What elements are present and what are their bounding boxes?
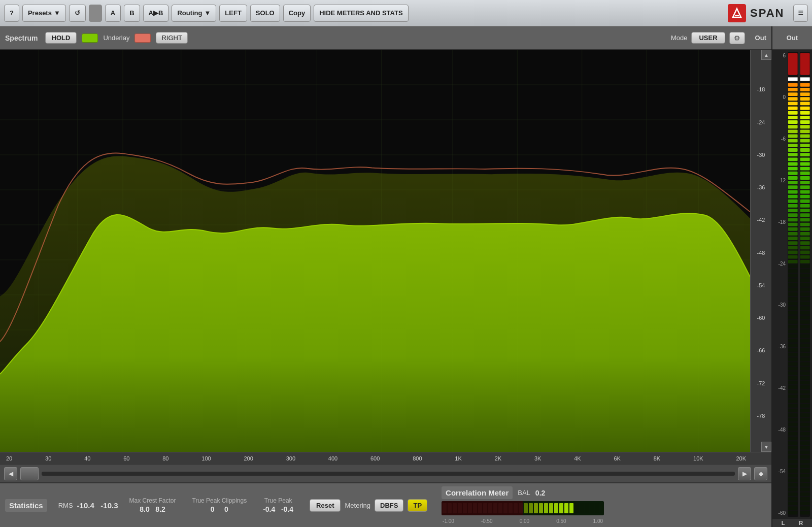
reset-button[interactable]: Reset [310,499,341,512]
nav-scroll-button[interactable] [20,467,39,480]
db-label-18: -18 [751,87,771,92]
help-button[interactable]: ? [4,5,19,22]
svg-rect-49 [554,503,558,513]
level-header: Out [772,26,812,50]
hold-button[interactable]: HOLD [45,32,77,44]
main-layout: Spectrum HOLD Underlay RIGHT Mode USER ⚙… [0,26,812,527]
logo-area: SPAN ≡ [728,4,808,22]
db-label-78: -78 [751,413,771,419]
svg-rect-35 [483,503,487,513]
level-6: 6 [774,53,786,58]
hide-meters-button[interactable]: HIDE METERS AND STATS [314,5,408,22]
svg-rect-148 [788,488,798,491]
svg-rect-107 [788,297,798,301]
level-n6: -6 [774,136,786,142]
copy-button[interactable]: Copy [283,5,311,22]
svg-rect-241 [800,478,809,482]
svg-rect-247 [800,506,809,510]
svg-rect-179 [800,190,809,194]
rms-label: RMS [58,502,73,509]
svg-rect-127 [788,390,798,393]
clip-values: 0 0 [192,505,247,513]
svg-rect-188 [800,232,809,236]
db-label-60: -60 [751,315,771,321]
gear-button[interactable]: ⚙ [729,32,745,44]
svg-rect-41 [514,503,518,513]
svg-rect-67 [788,111,798,115]
freq-80: 80 [162,455,168,462]
freq-200: 200 [244,455,253,462]
menu-button[interactable]: ≡ [793,5,808,22]
svg-rect-39 [503,503,507,513]
svg-rect-214 [800,353,809,356]
ab-arrow-button[interactable]: A▶B [143,5,169,22]
svg-rect-106 [788,292,798,296]
corr-scale-0: 0.00 [520,518,529,524]
svg-rect-160 [800,102,809,105]
svg-rect-158 [800,92,809,96]
svg-rect-232 [800,437,809,440]
svg-rect-174 [800,167,809,171]
svg-rect-147 [788,483,798,487]
svg-rect-27 [443,503,447,513]
left-button[interactable]: LEFT [219,5,247,22]
svg-rect-81 [788,176,798,180]
svg-rect-61 [788,83,798,87]
ab-b-button[interactable]: B [124,5,140,22]
peak-right: -0.4 [281,505,293,513]
svg-rect-126 [788,385,798,389]
svg-rect-224 [800,400,809,403]
svg-rect-237 [800,460,809,464]
gray-box[interactable] [89,5,102,22]
svg-rect-137 [788,437,798,440]
level-scale: 6 0 -6 -12 -18 -24 -30 -36 -42 -48 -54 -… [774,52,786,517]
nav-left-button[interactable]: ◀ [4,467,17,480]
dbfs-button[interactable]: DBFS [375,499,403,512]
svg-rect-149 [788,492,798,496]
presets-button[interactable]: Presets ▼ [22,5,66,22]
svg-rect-131 [788,409,798,412]
spectrum-header: Spectrum HOLD Underlay RIGHT Mode USER ⚙… [0,26,771,50]
scroll-down-button[interactable]: ▼ [761,442,771,452]
tp-button[interactable]: TP [408,499,427,512]
underlay-label: Underlay [103,34,129,42]
svg-rect-100 [788,265,798,268]
svg-rect-169 [800,144,809,147]
svg-rect-50 [559,503,563,513]
spectrum-title: Spectrum [5,34,38,42]
nav-diamond-button[interactable]: ◆ [754,467,767,480]
routing-button[interactable]: Routing ▼ [172,5,216,22]
stats-bar: Statistics RMS -10.4 -10.3 Max Crest Fac… [0,482,771,527]
svg-rect-64 [788,97,798,101]
svg-rect-156 [800,83,809,87]
correlation-section: Correlation Meter BAL 0.2 [442,486,604,524]
scroll-up-button[interactable]: ▲ [761,50,771,60]
svg-rect-194 [800,260,809,264]
svg-rect-36 [488,503,492,513]
svg-rect-31 [463,503,467,513]
db-scale: ▲ -18 -24 -30 -36 -42 -48 -54 -60 -66 -7… [750,50,771,452]
nav-right-button[interactable]: ▶ [738,467,751,480]
corr-scale-n1: -1.00 [443,518,454,524]
solo-button[interactable]: SOLO [250,5,280,22]
svg-rect-200 [800,288,809,291]
freq-20k: 20K [736,455,746,462]
svg-rect-37 [493,503,497,513]
svg-rect-244 [800,492,809,496]
scroll-track[interactable] [42,472,735,476]
reload-button[interactable]: ↺ [69,5,86,22]
crest-right: 8.2 [155,505,165,513]
mode-label: Mode [671,34,688,42]
svg-rect-132 [788,413,798,417]
db-label-72: -72 [751,381,771,386]
svg-rect-122 [788,367,798,371]
green-indicator[interactable] [82,34,98,43]
user-mode-button[interactable]: USER [691,32,725,44]
peak-values: -0.4 -0.4 [263,505,293,513]
svg-rect-70 [788,125,798,128]
svg-rect-155 [800,77,809,81]
metering-section: Reset Metering DBFS TP [310,499,427,512]
ab-a-button[interactable]: A [105,5,121,22]
svg-rect-58 [600,503,604,513]
clip-right: 0 [224,505,228,513]
